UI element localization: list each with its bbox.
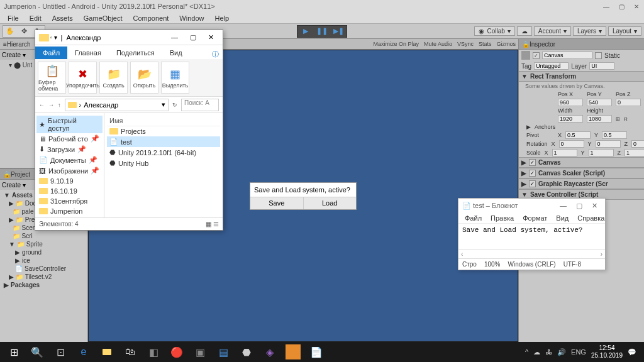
width-input[interactable] (558, 115, 583, 123)
notepad-text-area[interactable]: Save and Load system, active? (458, 224, 605, 250)
tb-app4[interactable] (286, 344, 301, 359)
side-documents[interactable]: 📄 Документы 📌 (36, 155, 103, 165)
tb-unity[interactable]: ⬣ (235, 342, 258, 362)
tray-lang[interactable]: ENG (571, 348, 586, 356)
scale-x[interactable] (552, 149, 577, 156)
opt-gizmos[interactable]: Gizmos (496, 41, 516, 47)
explorer-maximize[interactable]: ▢ (190, 33, 196, 41)
menu-window[interactable]: Window (174, 13, 209, 23)
scale-z[interactable] (625, 149, 644, 156)
load-button[interactable]: Load (304, 197, 357, 209)
opt-mute[interactable]: Mute Audio (424, 41, 452, 47)
notepad-close[interactable]: ✕ (592, 202, 597, 209)
raycaster-component[interactable]: ▶ ✓ Graphic Raycaster (Scr (519, 178, 644, 189)
save-button[interactable]: Save (250, 197, 304, 209)
layout-dropdown[interactable]: Layout ▾ (608, 26, 641, 36)
view-icons[interactable]: ▦ ☰ (206, 221, 219, 228)
item-savecontroller[interactable]: 📄 SaveController (1, 265, 86, 273)
rot-x[interactable] (559, 140, 584, 148)
explorer-file-list[interactable]: Имя Projects 📄 test ⬣ Unity 2019.2.10f1 … (104, 113, 223, 217)
address-bar[interactable]: › Александр ▾ (65, 99, 169, 111)
explorer-sidebar[interactable]: ★ Быстрый доступ 🖥 Рабочий сто 📌 ⬇ Загру… (35, 113, 104, 217)
side-folder-1[interactable]: 9.10.19 (36, 176, 103, 186)
ribbon-select[interactable]: ▦Выделить (161, 62, 189, 94)
tb-vs[interactable]: ◈ (258, 342, 281, 362)
nav-up[interactable]: ↑ (58, 102, 61, 108)
move-tool[interactable]: ✥ (17, 26, 31, 37)
packages-folder[interactable]: ▶ Packages (1, 281, 86, 289)
create-dropdown[interactable]: Create ▾ (2, 52, 26, 58)
maximize-button[interactable]: ▢ (618, 3, 625, 10)
canvas-component[interactable]: ▶ ✓ Canvas (519, 157, 644, 168)
np-menu-file[interactable]: Файл (461, 214, 486, 222)
minimize-button[interactable]: — (602, 3, 610, 10)
nav-forward[interactable]: → (48, 102, 54, 108)
opt-maximize[interactable]: Maximize On Play (373, 41, 419, 47)
tb-explorer[interactable] (96, 342, 118, 362)
explorer-minimize[interactable]: — (171, 33, 178, 41)
tray-network-icon[interactable]: 🖧 (545, 348, 552, 356)
notepad-maximize[interactable]: ▢ (576, 202, 582, 209)
np-menu-format[interactable]: Формат (519, 214, 551, 222)
file-test[interactable]: 📄 test (107, 136, 220, 147)
explorer-titlebar[interactable]: ▫ ▾ | Александр — ▢ ✕ (35, 30, 223, 45)
np-menu-help[interactable]: Справка (574, 214, 608, 222)
refresh-icon[interactable]: ↻ (172, 102, 177, 108)
side-pictures[interactable]: 🖼 Изображени 📌 (36, 165, 103, 176)
menu-help[interactable]: Help (209, 13, 234, 23)
close-button[interactable]: ✕ (633, 3, 640, 10)
side-folder-4[interactable]: Jumperion (36, 206, 103, 216)
item-ice[interactable]: ▶ ice (1, 256, 86, 265)
ribbon-clipboard[interactable]: 📋Буфер обмена (38, 62, 66, 94)
rect-transform-header[interactable]: ▼ Rect Transform (519, 71, 644, 82)
menu-file[interactable]: File (3, 13, 24, 23)
down-arrow-icon[interactable]: ▾ (54, 34, 57, 41)
side-downloads[interactable]: ⬇ Загрузки 📌 (36, 144, 103, 155)
opt-vsync[interactable]: VSync (457, 41, 474, 47)
tray-up-icon[interactable]: ^ (525, 348, 528, 356)
menu-gameobject[interactable]: GameObject (79, 13, 128, 23)
object-name-input[interactable] (542, 52, 592, 59)
menu-component[interactable]: Component (128, 13, 174, 23)
height-input[interactable] (587, 115, 612, 123)
file-projects[interactable]: Projects (107, 126, 220, 136)
posz-input[interactable] (616, 99, 641, 106)
blueprint-icon[interactable]: ⊞ (616, 116, 620, 122)
tab-view[interactable]: Вид (162, 47, 190, 59)
posy-input[interactable] (587, 99, 612, 106)
file-unity[interactable]: ⬣ Unity 2019.2.10f1 (64-bit) (107, 147, 220, 158)
np-menu-edit[interactable]: Правка (487, 214, 518, 222)
notepad-minimize[interactable]: — (560, 202, 567, 209)
file-unity-hub[interactable]: ⬣ Unity Hub (107, 158, 220, 168)
tray-cloud-icon[interactable]: ☁ (533, 348, 540, 356)
tag-dropdown[interactable] (534, 62, 569, 70)
tab-file[interactable]: Файл (35, 47, 67, 59)
tb-notepad[interactable]: 📄 (305, 342, 328, 362)
scale-y[interactable] (589, 149, 614, 156)
item-tileset[interactable]: ▶ 📁 Tileset.v2 (1, 273, 86, 281)
active-checkbox[interactable]: ✓ (533, 52, 540, 59)
layer-dropdown[interactable] (589, 62, 614, 70)
notifications-icon[interactable]: 💬 (628, 348, 636, 356)
opt-stats[interactable]: Stats (479, 41, 492, 47)
layers-dropdown[interactable]: Layers ▾ (573, 26, 606, 36)
tb-edge[interactable]: e (72, 342, 95, 362)
notepad-scrollbar[interactable]: ‹› (458, 250, 605, 258)
rot-y[interactable] (596, 140, 621, 148)
ribbon-open[interactable]: 📂Открыть (130, 62, 158, 94)
tab-share[interactable]: Поделиться (109, 47, 162, 59)
anchors-row[interactable]: ▶ Anchors (519, 123, 644, 131)
folder-scri[interactable]: 📁 Scri (1, 232, 86, 240)
menu-edit[interactable]: Edit (25, 13, 47, 23)
tb-app2[interactable]: ▣ (189, 342, 211, 362)
static-checkbox[interactable] (595, 52, 602, 59)
tb-app3[interactable]: ▤ (212, 342, 235, 362)
side-folder-2[interactable]: 16.10.19 (36, 186, 103, 196)
canvas-scaler-component[interactable]: ▶ ✓ Canvas Scaler (Script) (519, 168, 644, 178)
pivot-x[interactable] (565, 131, 591, 139)
account-dropdown[interactable]: Account ▾ (534, 26, 571, 36)
tray-volume-icon[interactable]: 🔊 (557, 348, 566, 356)
item-ground[interactable]: ▶ ground (1, 248, 86, 256)
play-button[interactable]: ▶ (297, 26, 314, 37)
search-box[interactable]: Поиск: А (181, 99, 219, 111)
